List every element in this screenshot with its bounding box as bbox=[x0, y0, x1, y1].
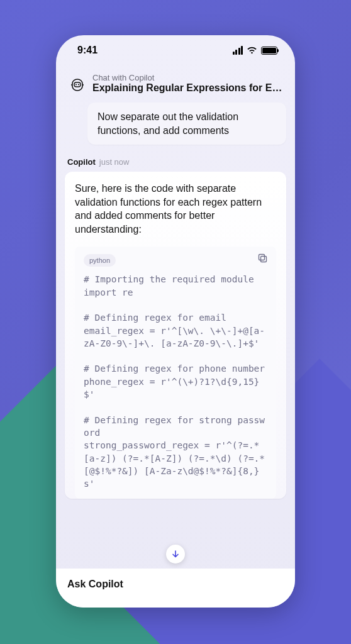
copilot-avatar-icon bbox=[69, 75, 86, 93]
code-content[interactable]: # Importing the required module import r… bbox=[84, 273, 267, 490]
chat-header[interactable]: Chat with Copilot Explaining Regular Exp… bbox=[56, 65, 295, 103]
status-indicators bbox=[233, 46, 278, 55]
phone-frame: 9:41 Chat with Copilot Explaining Regula… bbox=[56, 35, 295, 608]
messages-area: Now separate out the validation function… bbox=[56, 103, 295, 569]
assistant-sender-line: Copilot just now bbox=[65, 145, 286, 172]
assistant-message: Sure, here is the code with separate val… bbox=[65, 172, 286, 499]
chat-input[interactable]: Ask Copilot bbox=[56, 569, 295, 608]
user-message[interactable]: Now separate out the validation function… bbox=[87, 103, 286, 145]
svg-point-1 bbox=[75, 84, 77, 85]
svg-point-2 bbox=[78, 84, 79, 85]
status-bar: 9:41 bbox=[56, 35, 295, 65]
arrow-down-icon bbox=[170, 549, 181, 559]
svg-rect-3 bbox=[261, 256, 267, 262]
chat-input-placeholder: Ask Copilot bbox=[67, 579, 123, 589]
sender-time: just now bbox=[99, 157, 130, 167]
wifi-icon bbox=[247, 47, 257, 55]
svg-rect-4 bbox=[259, 254, 265, 260]
user-message-text: Now separate out the validation function… bbox=[98, 111, 238, 136]
chat-title: Explaining Regular Expressions for Email… bbox=[92, 82, 282, 94]
status-time: 9:41 bbox=[77, 45, 98, 56]
code-block: python # Importing the required module i… bbox=[75, 247, 276, 499]
code-language-badge: python bbox=[84, 254, 116, 267]
battery-icon bbox=[261, 47, 277, 55]
scroll-to-bottom-button[interactable] bbox=[166, 545, 185, 564]
sender-name: Copilot bbox=[67, 157, 96, 167]
copy-icon bbox=[257, 253, 269, 264]
copy-code-button[interactable] bbox=[257, 253, 269, 264]
svg-rect-0 bbox=[74, 82, 81, 87]
signal-icon bbox=[233, 46, 243, 55]
chat-subtitle: Chat with Copilot bbox=[92, 73, 282, 82]
assistant-text: Sure, here is the code with separate val… bbox=[75, 182, 276, 236]
